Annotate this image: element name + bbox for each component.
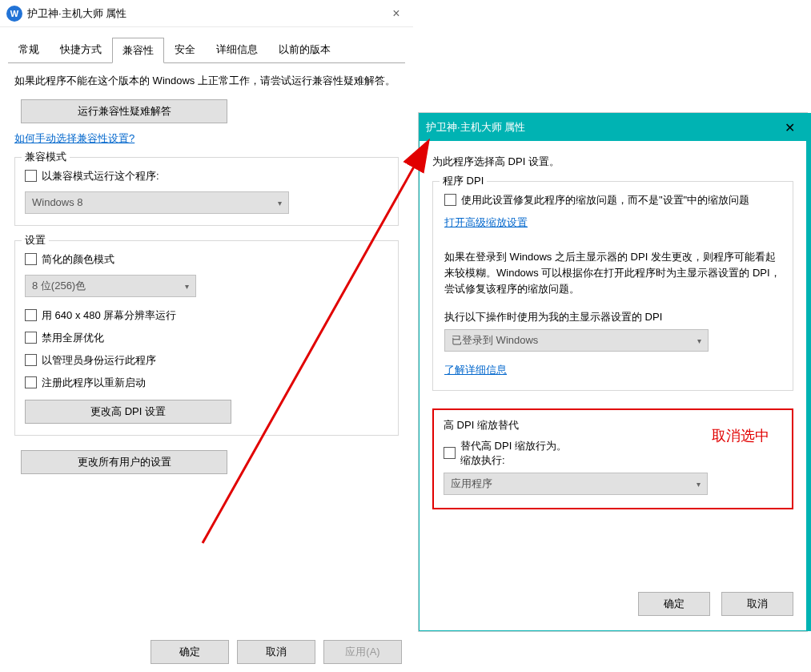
close-icon[interactable]: × (386, 6, 407, 21)
tab-shortcut[interactable]: 快捷方式 (50, 37, 112, 62)
dpi-ok-button[interactable]: 确定 (638, 592, 710, 616)
change-all-users-button[interactable]: 更改所有用户的设置 (21, 450, 227, 474)
app-icon: W (6, 6, 22, 22)
tab-strip: 常规 快捷方式 兼容性 安全 详细信息 以前的版本 (0, 27, 413, 62)
settings-group: 设置 简化的颜色模式 8 位(256)色 ▾ 用 640 x 480 屏幕分辨率… (14, 240, 399, 436)
override-group-title: 高 DPI 缩放替代 (444, 418, 782, 433)
when-label: 执行以下操作时使用为我的主显示器设置的 DPI (444, 310, 781, 324)
override-scaling-label: 替代高 DPI 缩放行为。 (460, 439, 567, 453)
register-restart-checkbox[interactable] (25, 376, 37, 388)
tab-previous-versions[interactable]: 以前的版本 (268, 37, 341, 62)
when-combo[interactable]: 已登录到 Windows ▾ (444, 329, 709, 352)
chevron-down-icon: ▾ (697, 336, 701, 344)
titlebar[interactable]: W 护卫神·主机大师 属性 × (0, 0, 413, 27)
override-combo[interactable]: 应用程序 ▾ (444, 473, 708, 495)
compat-mode-label: 以兼容模式运行这个程序: (42, 169, 159, 183)
reduced-color-label: 简化的颜色模式 (42, 252, 114, 267)
chevron-down-icon: ▾ (278, 198, 282, 207)
help-text: 如果此程序不能在这个版本的 Windows 上正常工作，请尝试运行兼容性疑难解答… (14, 73, 399, 90)
disable-fullscreen-opt-checkbox[interactable] (25, 332, 37, 344)
dpi-body: 为此程序选择高 DPI 设置。 程序 DPI 使用此设置修复此程序的缩放问题，而… (420, 141, 806, 579)
run-as-admin-label: 以管理员身份运行此程序 (42, 353, 156, 368)
dpi-titlebar[interactable]: 护卫神·主机大师 属性 ✕ (420, 114, 806, 141)
compatibility-panel: 如果此程序不能在这个版本的 Windows 上正常工作，请尝试运行兼容性疑难解答… (8, 62, 405, 632)
tab-details[interactable]: 详细信息 (206, 37, 268, 62)
program-dpi-group: 程序 DPI 使用此设置修复此程序的缩放问题，而不是"设置"中的缩放问题 打开高… (432, 181, 793, 391)
dialog-buttons: 确定 取消 应用(A) (0, 632, 413, 672)
color-combo[interactable]: 8 位(256)色 ▾ (25, 275, 196, 297)
apply-button[interactable]: 应用(A) (323, 640, 402, 664)
chevron-down-icon: ▾ (697, 479, 701, 488)
compat-mode-group: 兼容模式 以兼容模式运行这个程序: Windows 8 ▾ (14, 157, 399, 226)
run-640x480-label: 用 640 x 480 屏幕分辨率运行 (42, 308, 176, 323)
learn-more-link[interactable]: 了解详细信息 (444, 363, 507, 377)
chevron-down-icon: ▾ (185, 281, 189, 290)
compat-mode-combo[interactable]: Windows 8 ▾ (25, 191, 289, 214)
override-scaling-sublabel: 缩放执行: (460, 453, 567, 468)
run-troubleshooter-button[interactable]: 运行兼容性疑难解答 (21, 99, 227, 123)
settings-group-title: 设置 (22, 233, 49, 247)
properties-window: W 护卫神·主机大师 属性 × 常规 快捷方式 兼容性 安全 详细信息 以前的版… (0, 0, 413, 672)
override-scaling-checkbox[interactable] (444, 447, 456, 459)
dpi-description: 如果在登录到 Windows 之后主显示器的 DPI 发生更改，则程序可能看起来… (444, 249, 781, 297)
register-restart-label: 注册此程序以重新启动 (42, 376, 146, 390)
change-dpi-button[interactable]: 更改高 DPI 设置 (25, 400, 231, 424)
program-dpi-group-title: 程序 DPI (440, 174, 487, 188)
override-group: 高 DPI 缩放替代 替代高 DPI 缩放行为。 缩放执行: 应用程序 ▾ (440, 415, 785, 500)
use-setting-fix-label: 使用此设置修复此程序的缩放问题，而不是"设置"中的缩放问题 (461, 193, 749, 207)
window-edge-strip (807, 113, 811, 631)
compat-mode-group-title: 兼容模式 (22, 150, 70, 164)
dpi-dialog-buttons: 确定 取消 (420, 579, 806, 630)
run-as-admin-checkbox[interactable] (25, 354, 37, 366)
tab-general[interactable]: 常规 (8, 37, 50, 62)
window-title: 护卫神·主机大师 属性 (27, 6, 386, 21)
close-icon[interactable]: ✕ (779, 120, 800, 135)
compat-mode-checkbox[interactable] (25, 170, 37, 182)
dpi-cancel-button[interactable]: 取消 (721, 592, 793, 616)
tab-security[interactable]: 安全 (164, 37, 206, 62)
run-640x480-checkbox[interactable] (25, 309, 37, 321)
manual-settings-link[interactable]: 如何手动选择兼容性设置? (14, 131, 134, 146)
color-value: 8 位(256)色 (32, 279, 86, 293)
dpi-window-title: 护卫神·主机大师 属性 (426, 120, 779, 135)
tab-compatibility[interactable]: 兼容性 (112, 38, 164, 63)
cancel-button[interactable]: 取消 (237, 640, 315, 664)
dpi-intro: 为此程序选择高 DPI 设置。 (432, 154, 793, 170)
advanced-scaling-link[interactable]: 打开高级缩放设置 (444, 215, 528, 230)
use-setting-fix-checkbox[interactable] (444, 194, 456, 206)
reduced-color-checkbox[interactable] (25, 253, 37, 265)
disable-fullscreen-opt-label: 禁用全屏优化 (42, 331, 104, 345)
ok-button[interactable]: 确定 (151, 640, 229, 664)
when-value: 已登录到 Windows (452, 333, 538, 348)
compat-mode-value: Windows 8 (32, 196, 83, 208)
override-value: 应用程序 (451, 477, 492, 491)
high-dpi-dialog: 护卫神·主机大师 属性 ✕ 为此程序选择高 DPI 设置。 程序 DPI 使用此… (419, 113, 807, 631)
annotation-highlight-box: 取消选中 高 DPI 缩放替代 替代高 DPI 缩放行为。 缩放执行: 应用程序… (432, 408, 793, 509)
